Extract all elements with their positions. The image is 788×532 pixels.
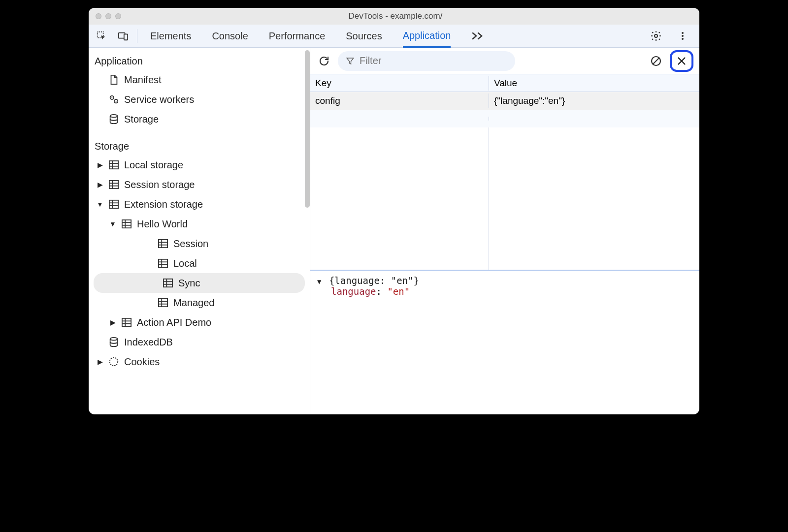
sidebar-item-service-workers[interactable]: Service workers bbox=[89, 90, 310, 109]
tab-sources[interactable]: Sources bbox=[346, 25, 382, 48]
column-header-key[interactable]: Key bbox=[310, 76, 489, 91]
table-empty-area bbox=[310, 127, 699, 270]
svg-point-6 bbox=[682, 38, 684, 40]
clear-all-icon[interactable] bbox=[648, 50, 664, 72]
cell-key[interactable] bbox=[310, 117, 489, 121]
sidebar-item-label: Cookies bbox=[124, 356, 160, 368]
table-icon bbox=[158, 258, 168, 269]
sidebar-item-extension-storage[interactable]: ▼ Extension storage bbox=[89, 194, 310, 214]
svg-point-48 bbox=[110, 338, 118, 341]
devtools-window: DevTools - example.com/ Elements Console… bbox=[89, 8, 699, 414]
window-title: DevTools - example.com/ bbox=[92, 11, 699, 21]
sidebar-item-session[interactable]: Session bbox=[89, 234, 310, 253]
svg-point-3 bbox=[655, 34, 657, 37]
svg-rect-12 bbox=[109, 161, 118, 169]
settings-icon[interactable] bbox=[645, 25, 667, 47]
sidebar-scrollbar[interactable] bbox=[305, 50, 310, 208]
refresh-icon[interactable] bbox=[316, 50, 332, 72]
table-icon bbox=[121, 219, 132, 229]
preview-value: "en" bbox=[387, 286, 410, 297]
tabs: Elements Console Performance Sources App… bbox=[140, 25, 645, 48]
chevron-right-icon[interactable]: ▶ bbox=[109, 318, 116, 326]
svg-rect-40 bbox=[159, 299, 167, 307]
preview-sep: : bbox=[376, 286, 388, 297]
storage-table: Key Value config {"language":"en"} bbox=[310, 74, 699, 271]
column-header-value[interactable]: Value bbox=[489, 76, 699, 91]
sidebar-item-label: IndexedDB bbox=[124, 337, 173, 348]
cell-value[interactable] bbox=[489, 117, 699, 121]
table-row[interactable] bbox=[310, 110, 699, 127]
tabbar-right bbox=[645, 25, 697, 47]
sidebar-item-label: Session storage bbox=[124, 179, 195, 190]
table-row[interactable]: config {"language":"en"} bbox=[310, 92, 699, 110]
toggle-device-toolbar-icon[interactable] bbox=[112, 25, 134, 47]
main-panel: Key Value config {"language":"en"} bbox=[310, 48, 699, 414]
table-icon bbox=[108, 199, 119, 210]
chevron-down-icon[interactable]: ▼ bbox=[109, 220, 116, 228]
inspect-element-icon[interactable] bbox=[91, 25, 112, 47]
filter-field[interactable] bbox=[338, 51, 515, 71]
table-icon bbox=[121, 317, 132, 328]
tabbar-divider bbox=[137, 29, 137, 43]
storage-toolbar bbox=[310, 48, 699, 74]
sidebar-item-sync[interactable]: Sync bbox=[94, 273, 305, 293]
preview-line-1[interactable]: ▼ {language: "en"} bbox=[317, 275, 692, 286]
tab-console[interactable]: Console bbox=[212, 25, 248, 48]
sidebar-item-label: Storage bbox=[124, 114, 159, 125]
sidebar-item-label: Managed bbox=[173, 297, 214, 309]
table-icon bbox=[108, 179, 119, 190]
tab-performance[interactable]: Performance bbox=[269, 25, 326, 48]
more-tabs-icon[interactable] bbox=[471, 31, 484, 41]
kebab-menu-icon[interactable] bbox=[672, 25, 693, 47]
filter-input[interactable] bbox=[360, 55, 507, 66]
sidebar-item-managed[interactable]: Managed bbox=[89, 293, 310, 313]
svg-point-10 bbox=[116, 101, 117, 102]
sidebar-item-local-storage[interactable]: ▶ Local storage bbox=[89, 155, 310, 175]
chevron-right-icon[interactable]: ▶ bbox=[97, 161, 103, 169]
sidebar-item-label: Session bbox=[173, 238, 208, 250]
cell-value[interactable]: {"language":"en"} bbox=[489, 94, 699, 108]
chevron-down-icon[interactable]: ▼ bbox=[97, 200, 103, 208]
svg-rect-20 bbox=[109, 200, 118, 208]
tab-application[interactable]: Application bbox=[403, 25, 451, 48]
chevron-right-icon[interactable]: ▶ bbox=[97, 181, 103, 188]
sidebar-item-manifest[interactable]: Manifest bbox=[89, 70, 310, 90]
table-icon bbox=[158, 238, 168, 249]
sidebar-item-action-api-demo[interactable]: ▶ Action API Demo bbox=[89, 313, 310, 332]
preview-key: language bbox=[331, 286, 376, 297]
sidebar-item-local[interactable]: Local bbox=[89, 253, 310, 273]
svg-rect-28 bbox=[159, 240, 167, 248]
svg-line-51 bbox=[653, 58, 659, 64]
table-icon bbox=[108, 159, 119, 170]
sidebar-item-session-storage[interactable]: ▶ Session storage bbox=[89, 175, 310, 194]
preview-summary: {language: "en"} bbox=[329, 275, 419, 286]
sidebar-item-label: Sync bbox=[178, 278, 200, 289]
sidebar: Application Manifest Service workers Sto… bbox=[89, 48, 310, 414]
gears-icon bbox=[108, 94, 119, 105]
sidebar-section-storage: Storage bbox=[89, 137, 310, 155]
chevron-right-icon[interactable]: ▶ bbox=[97, 358, 103, 366]
preview-line-2[interactable]: language: "en" bbox=[317, 286, 692, 297]
svg-point-8 bbox=[111, 97, 112, 98]
sidebar-item-label: Hello World bbox=[137, 219, 188, 230]
sidebar-item-hello-world[interactable]: ▼ Hello World bbox=[89, 214, 310, 234]
tabbar: Elements Console Performance Sources App… bbox=[89, 25, 699, 48]
svg-rect-36 bbox=[164, 279, 172, 287]
svg-rect-16 bbox=[109, 181, 118, 188]
svg-point-49 bbox=[110, 358, 118, 366]
svg-rect-24 bbox=[122, 220, 131, 228]
svg-point-11 bbox=[110, 115, 118, 118]
cell-key[interactable]: config bbox=[310, 94, 489, 108]
sidebar-item-cookies[interactable]: ▶ Cookies bbox=[89, 352, 310, 372]
sidebar-item-indexeddb[interactable]: IndexedDB bbox=[89, 332, 310, 352]
svg-rect-32 bbox=[159, 259, 167, 267]
close-icon[interactable] bbox=[675, 54, 689, 68]
sidebar-item-label: Manifest bbox=[124, 74, 162, 86]
svg-point-5 bbox=[682, 35, 684, 37]
svg-point-4 bbox=[682, 32, 684, 34]
svg-rect-2 bbox=[124, 34, 128, 40]
chevron-down-icon[interactable]: ▼ bbox=[317, 278, 321, 285]
tab-elements[interactable]: Elements bbox=[150, 25, 191, 48]
table-header: Key Value bbox=[310, 74, 699, 92]
sidebar-item-storage[interactable]: Storage bbox=[89, 109, 310, 129]
